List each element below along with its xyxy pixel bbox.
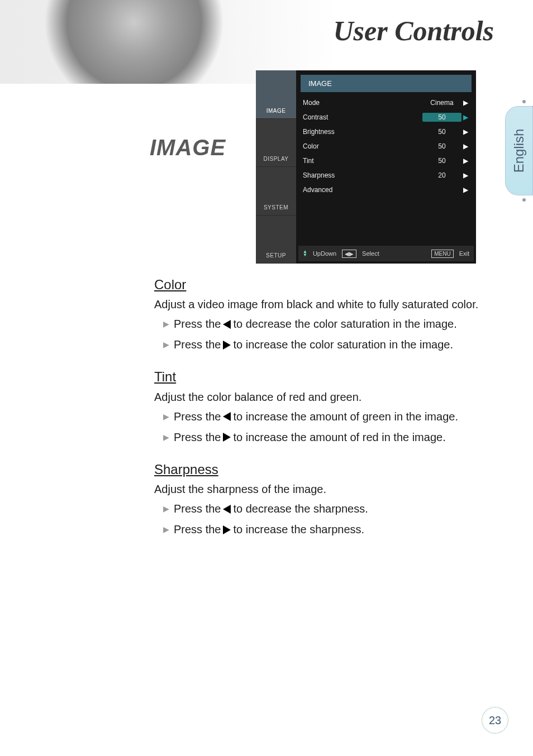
osd-main-panel: IMAGE ModeCinema▶Contrast50▶Brightness50… <box>296 70 476 264</box>
osd-row: ModeCinema▶ <box>303 95 469 110</box>
bullet-text-pre: Press the <box>174 522 221 537</box>
osd-row: Color50▶ <box>303 139 469 154</box>
language-tab: English <box>505 106 533 195</box>
bullet-line: ▶Press the to decrease the color saturat… <box>163 317 501 332</box>
section-title: Tint <box>154 368 501 386</box>
instruction-content: ColorAdjust a video image from black and… <box>143 276 501 553</box>
instruction-section: ColorAdjust a video image from black and… <box>143 276 501 352</box>
menu-key-icon: MENU <box>431 250 453 258</box>
chevron-right-icon: ▶ <box>461 113 469 121</box>
chevron-right-icon: ▶ <box>461 157 469 165</box>
osd-row-value: 50 <box>422 128 461 136</box>
osd-row-label: Contrast <box>303 113 422 121</box>
bullet-text-post: to increase the amount of green in the i… <box>233 409 458 424</box>
bullet-marker-icon: ▶ <box>163 432 169 443</box>
bullet-text-post: to decrease the color saturation in the … <box>233 317 456 332</box>
osd-row-value: 50 <box>422 142 461 150</box>
osd-side-tabs: IMAGE DISPLAY SYSTEM SETUP <box>256 70 296 264</box>
chevron-right-icon: ▶ <box>461 171 469 179</box>
bullet-text-pre: Press the <box>174 337 221 352</box>
osd-tab-system: SYSTEM <box>256 167 296 216</box>
triangle-right-icon <box>223 341 231 350</box>
bullet-text-pre: Press the <box>174 501 221 516</box>
bullet-text-post: to increase the color saturation in the … <box>233 337 453 352</box>
osd-row: Advanced▶ <box>303 183 469 197</box>
osd-footer: ▲▼ UpDown ◀▶ Select MENU Exit <box>298 246 474 261</box>
triangle-right-icon <box>223 433 231 442</box>
triangle-left-icon <box>223 412 231 421</box>
decorative-dot <box>522 198 526 202</box>
osd-row-label: Tint <box>303 157 422 165</box>
page-number-badge: 23 <box>482 707 508 734</box>
chevron-right-icon: ▶ <box>461 142 469 150</box>
language-label: English <box>511 129 527 173</box>
osd-row-value: 20 <box>422 171 461 179</box>
osd-row: Tint50▶ <box>303 154 469 168</box>
osd-menu-screenshot: IMAGE DISPLAY SYSTEM SETUP IMAGE ModeCin… <box>256 70 476 264</box>
bullet-line: ▶Press the to increase the color saturat… <box>163 337 501 352</box>
section-description: Adjust a video image from black and whit… <box>154 297 501 312</box>
osd-footer-exit: Exit <box>459 250 469 257</box>
bullet-line: ▶Press the to increase the amount of red… <box>163 430 501 445</box>
bullet-text-post: to increase the amount of red in the ima… <box>233 430 445 445</box>
bullet-line: ▶Press the to increase the sharpness. <box>163 522 501 537</box>
section-title: Color <box>154 276 501 294</box>
osd-footer-updown: UpDown <box>313 250 336 257</box>
section-description: Adjust the sharpness of the image. <box>154 482 501 497</box>
leftright-keys-icon: ◀▶ <box>342 250 356 258</box>
bullet-marker-icon: ▶ <box>163 319 169 329</box>
osd-row-value: 50 <box>422 157 461 165</box>
osd-panel-title: IMAGE <box>301 75 472 92</box>
bullet-marker-icon: ▶ <box>163 524 169 535</box>
bullet-text-post: to decrease the sharpness. <box>233 501 368 516</box>
triangle-right-icon <box>223 525 231 534</box>
triangle-left-icon <box>223 320 231 329</box>
updown-arrows-icon: ▲▼ <box>303 250 307 257</box>
bullet-marker-icon: ▶ <box>163 412 169 422</box>
osd-tab-image: IMAGE <box>256 70 296 119</box>
chevron-right-icon: ▶ <box>461 186 469 194</box>
triangle-left-icon <box>223 505 231 514</box>
bullet-text-pre: Press the <box>174 317 221 332</box>
section-heading: IMAGE <box>150 135 226 160</box>
osd-row-label: Advanced <box>303 186 422 194</box>
decorative-dot <box>522 100 526 103</box>
osd-tab-setup: SETUP <box>256 216 296 264</box>
bullet-text-pre: Press the <box>174 409 221 424</box>
bullet-text-post: to increase the sharpness. <box>233 522 364 537</box>
instruction-section: TintAdjust the color balance of red and … <box>143 368 501 444</box>
instruction-section: SharpnessAdjust the sharpness of the ima… <box>143 461 501 537</box>
osd-row-value: 50 <box>422 113 461 122</box>
bullet-line: ▶Press the to increase the amount of gre… <box>163 409 501 424</box>
bullet-marker-icon: ▶ <box>163 339 169 350</box>
osd-rows-container: ModeCinema▶Contrast50▶Brightness50▶Color… <box>296 95 476 246</box>
bullet-line: ▶Press the to decrease the sharpness. <box>163 501 501 516</box>
osd-row: Sharpness20▶ <box>303 168 469 183</box>
bullet-text-pre: Press the <box>174 430 221 445</box>
osd-row-label: Color <box>303 142 422 150</box>
osd-row-label: Sharpness <box>303 171 422 179</box>
osd-row-value: Cinema <box>422 99 461 107</box>
osd-row: Contrast50▶ <box>303 110 469 125</box>
page-title: User Controls <box>333 15 494 47</box>
section-title: Sharpness <box>154 461 501 479</box>
osd-tab-display: DISPLAY <box>256 119 296 168</box>
osd-row-label: Brightness <box>303 128 422 136</box>
section-description: Adjust the color balance of red and gree… <box>154 390 501 405</box>
bullet-marker-icon: ▶ <box>163 504 169 514</box>
chevron-right-icon: ▶ <box>461 99 469 107</box>
osd-row: Brightness50▶ <box>303 125 469 139</box>
chevron-right-icon: ▶ <box>461 128 469 136</box>
osd-footer-select: Select <box>362 250 379 257</box>
osd-row-label: Mode <box>303 99 422 107</box>
